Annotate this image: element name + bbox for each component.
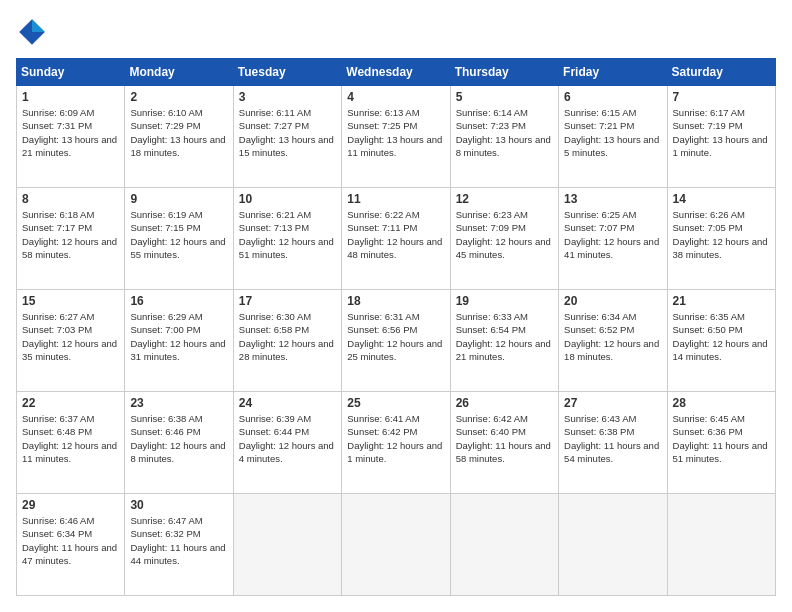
sunset-label: Sunset: 6:50 PM: [673, 324, 743, 335]
sunrise-label: Sunrise: 6:45 AM: [673, 413, 745, 424]
day-number: 2: [130, 90, 227, 104]
table-row: 24 Sunrise: 6:39 AM Sunset: 6:44 PM Dayl…: [233, 392, 341, 494]
table-row: 14 Sunrise: 6:26 AM Sunset: 7:05 PM Dayl…: [667, 188, 775, 290]
table-row: [342, 494, 450, 596]
day-number: 13: [564, 192, 661, 206]
logo: [16, 16, 52, 48]
daylight-label: Daylight: 12 hours and 45 minutes.: [456, 236, 551, 260]
table-row: 10 Sunrise: 6:21 AM Sunset: 7:13 PM Dayl…: [233, 188, 341, 290]
table-row: [450, 494, 558, 596]
sunrise-label: Sunrise: 6:26 AM: [673, 209, 745, 220]
day-info: Sunrise: 6:30 AM Sunset: 6:58 PM Dayligh…: [239, 310, 336, 363]
calendar-week-row: 1 Sunrise: 6:09 AM Sunset: 7:31 PM Dayli…: [17, 86, 776, 188]
sunrise-label: Sunrise: 6:21 AM: [239, 209, 311, 220]
sunrise-label: Sunrise: 6:09 AM: [22, 107, 94, 118]
calendar-week-row: 22 Sunrise: 6:37 AM Sunset: 6:48 PM Dayl…: [17, 392, 776, 494]
table-row: 18 Sunrise: 6:31 AM Sunset: 6:56 PM Dayl…: [342, 290, 450, 392]
sunset-label: Sunset: 7:23 PM: [456, 120, 526, 131]
sunset-label: Sunset: 6:36 PM: [673, 426, 743, 437]
sunset-label: Sunset: 6:32 PM: [130, 528, 200, 539]
day-info: Sunrise: 6:33 AM Sunset: 6:54 PM Dayligh…: [456, 310, 553, 363]
sunrise-label: Sunrise: 6:35 AM: [673, 311, 745, 322]
table-row: 21 Sunrise: 6:35 AM Sunset: 6:50 PM Dayl…: [667, 290, 775, 392]
day-number: 30: [130, 498, 227, 512]
table-row: [667, 494, 775, 596]
day-info: Sunrise: 6:31 AM Sunset: 6:56 PM Dayligh…: [347, 310, 444, 363]
table-row: 26 Sunrise: 6:42 AM Sunset: 6:40 PM Dayl…: [450, 392, 558, 494]
table-row: 4 Sunrise: 6:13 AM Sunset: 7:25 PM Dayli…: [342, 86, 450, 188]
daylight-label: Daylight: 12 hours and 28 minutes.: [239, 338, 334, 362]
table-row: 19 Sunrise: 6:33 AM Sunset: 6:54 PM Dayl…: [450, 290, 558, 392]
logo-icon: [16, 16, 48, 48]
day-info: Sunrise: 6:26 AM Sunset: 7:05 PM Dayligh…: [673, 208, 770, 261]
sunset-label: Sunset: 6:52 PM: [564, 324, 634, 335]
day-number: 22: [22, 396, 119, 410]
day-number: 15: [22, 294, 119, 308]
daylight-label: Daylight: 11 hours and 54 minutes.: [564, 440, 659, 464]
calendar-table: Sunday Monday Tuesday Wednesday Thursday…: [16, 58, 776, 596]
day-info: Sunrise: 6:23 AM Sunset: 7:09 PM Dayligh…: [456, 208, 553, 261]
day-number: 27: [564, 396, 661, 410]
col-tuesday: Tuesday: [233, 59, 341, 86]
daylight-label: Daylight: 12 hours and 25 minutes.: [347, 338, 442, 362]
day-number: 1: [22, 90, 119, 104]
table-row: 11 Sunrise: 6:22 AM Sunset: 7:11 PM Dayl…: [342, 188, 450, 290]
daylight-label: Daylight: 12 hours and 18 minutes.: [564, 338, 659, 362]
sunrise-label: Sunrise: 6:37 AM: [22, 413, 94, 424]
day-number: 10: [239, 192, 336, 206]
day-info: Sunrise: 6:27 AM Sunset: 7:03 PM Dayligh…: [22, 310, 119, 363]
day-info: Sunrise: 6:09 AM Sunset: 7:31 PM Dayligh…: [22, 106, 119, 159]
table-row: 30 Sunrise: 6:47 AM Sunset: 6:32 PM Dayl…: [125, 494, 233, 596]
col-monday: Monday: [125, 59, 233, 86]
sunset-label: Sunset: 7:29 PM: [130, 120, 200, 131]
day-info: Sunrise: 6:34 AM Sunset: 6:52 PM Dayligh…: [564, 310, 661, 363]
sunrise-label: Sunrise: 6:17 AM: [673, 107, 745, 118]
sunrise-label: Sunrise: 6:43 AM: [564, 413, 636, 424]
day-number: 9: [130, 192, 227, 206]
sunset-label: Sunset: 7:05 PM: [673, 222, 743, 233]
table-row: 2 Sunrise: 6:10 AM Sunset: 7:29 PM Dayli…: [125, 86, 233, 188]
day-info: Sunrise: 6:14 AM Sunset: 7:23 PM Dayligh…: [456, 106, 553, 159]
header: [16, 16, 776, 48]
sunset-label: Sunset: 7:13 PM: [239, 222, 309, 233]
day-info: Sunrise: 6:13 AM Sunset: 7:25 PM Dayligh…: [347, 106, 444, 159]
sunset-label: Sunset: 6:46 PM: [130, 426, 200, 437]
daylight-label: Daylight: 12 hours and 11 minutes.: [22, 440, 117, 464]
sunset-label: Sunset: 6:42 PM: [347, 426, 417, 437]
day-info: Sunrise: 6:39 AM Sunset: 6:44 PM Dayligh…: [239, 412, 336, 465]
daylight-label: Daylight: 12 hours and 38 minutes.: [673, 236, 768, 260]
day-number: 18: [347, 294, 444, 308]
daylight-label: Daylight: 12 hours and 8 minutes.: [130, 440, 225, 464]
sunrise-label: Sunrise: 6:42 AM: [456, 413, 528, 424]
table-row: 20 Sunrise: 6:34 AM Sunset: 6:52 PM Dayl…: [559, 290, 667, 392]
day-number: 20: [564, 294, 661, 308]
table-row: 17 Sunrise: 6:30 AM Sunset: 6:58 PM Dayl…: [233, 290, 341, 392]
sunset-label: Sunset: 7:21 PM: [564, 120, 634, 131]
sunrise-label: Sunrise: 6:46 AM: [22, 515, 94, 526]
day-info: Sunrise: 6:15 AM Sunset: 7:21 PM Dayligh…: [564, 106, 661, 159]
daylight-label: Daylight: 12 hours and 31 minutes.: [130, 338, 225, 362]
sunset-label: Sunset: 7:15 PM: [130, 222, 200, 233]
day-info: Sunrise: 6:22 AM Sunset: 7:11 PM Dayligh…: [347, 208, 444, 261]
daylight-label: Daylight: 11 hours and 58 minutes.: [456, 440, 551, 464]
sunrise-label: Sunrise: 6:27 AM: [22, 311, 94, 322]
col-sunday: Sunday: [17, 59, 125, 86]
table-row: 3 Sunrise: 6:11 AM Sunset: 7:27 PM Dayli…: [233, 86, 341, 188]
calendar-week-row: 29 Sunrise: 6:46 AM Sunset: 6:34 PM Dayl…: [17, 494, 776, 596]
sunrise-label: Sunrise: 6:23 AM: [456, 209, 528, 220]
day-number: 16: [130, 294, 227, 308]
day-number: 17: [239, 294, 336, 308]
daylight-label: Daylight: 12 hours and 41 minutes.: [564, 236, 659, 260]
table-row: 15 Sunrise: 6:27 AM Sunset: 7:03 PM Dayl…: [17, 290, 125, 392]
sunrise-label: Sunrise: 6:10 AM: [130, 107, 202, 118]
day-number: 29: [22, 498, 119, 512]
daylight-label: Daylight: 13 hours and 11 minutes.: [347, 134, 442, 158]
daylight-label: Daylight: 11 hours and 44 minutes.: [130, 542, 225, 566]
sunset-label: Sunset: 6:44 PM: [239, 426, 309, 437]
table-row: 29 Sunrise: 6:46 AM Sunset: 6:34 PM Dayl…: [17, 494, 125, 596]
sunrise-label: Sunrise: 6:41 AM: [347, 413, 419, 424]
sunrise-label: Sunrise: 6:11 AM: [239, 107, 311, 118]
table-row: 8 Sunrise: 6:18 AM Sunset: 7:17 PM Dayli…: [17, 188, 125, 290]
day-info: Sunrise: 6:38 AM Sunset: 6:46 PM Dayligh…: [130, 412, 227, 465]
table-row: 9 Sunrise: 6:19 AM Sunset: 7:15 PM Dayli…: [125, 188, 233, 290]
